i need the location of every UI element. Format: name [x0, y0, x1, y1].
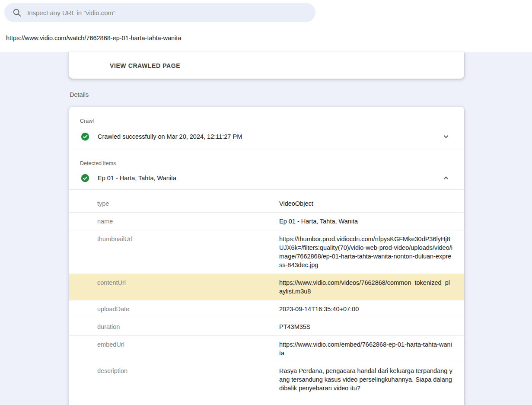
- crawl-status-text: Crawled successfully on Mar 20, 2024, 12…: [98, 133, 441, 140]
- property-key: description: [97, 367, 279, 392]
- property-value: 2023-09-14T16:35:40+07:00: [279, 305, 453, 313]
- search-icon: [12, 8, 22, 17]
- main-content: VIEW CRAWLED PAGE Details Crawl Crawled …: [0, 52, 532, 405]
- detected-item-title: Ep 01 - Harta, Tahta, Wanita: [98, 175, 441, 182]
- property-value: PT43M35S: [279, 322, 453, 331]
- property-row-uploaddate: uploadDate 2023-09-14T16:35:40+07:00: [69, 300, 464, 318]
- property-key: name: [97, 217, 279, 226]
- crawl-status-row[interactable]: Crawled successfully on Mar 20, 2024, 12…: [69, 124, 464, 149]
- property-key: type: [97, 199, 279, 208]
- inspected-url: https://www.vidio.com/watch/7662868-ep-0…: [0, 22, 532, 52]
- chevron-up-icon: [441, 173, 451, 183]
- details-heading: Details: [70, 91, 532, 98]
- property-key: uploadDate: [97, 305, 279, 313]
- property-row-thumbnailurl: thumbnailUrl https://thumbor.prod.vidioc…: [69, 230, 464, 274]
- property-row-description: description Rasya Perdana, pengacara han…: [69, 362, 464, 397]
- success-check-icon: [81, 132, 89, 141]
- details-card: Crawl Crawled successfully on Mar 20, 20…: [69, 107, 464, 405]
- property-row-name: name Ep 01 - Harta, Tahta, Wanita: [69, 212, 464, 230]
- view-crawled-page-button[interactable]: VIEW CRAWLED PAGE: [106, 59, 184, 73]
- crawl-section-label: Crawl: [69, 107, 464, 124]
- property-value: https://www.vidio.com/embed/7662868-ep-0…: [279, 340, 453, 357]
- property-key: duration: [97, 322, 279, 331]
- property-value: https://thumbor.prod.vidiocdn.com/nfpysK…: [279, 235, 453, 269]
- property-table: type VideoObject name Ep 01 - Harta, Tah…: [69, 189, 464, 397]
- property-row-embedurl: embedUrl https://www.vidio.com/embed/766…: [69, 335, 464, 362]
- property-key: contentUrl: [97, 278, 279, 296]
- property-value: VideoObject: [279, 199, 453, 208]
- inspection-header: https://www.vidio.com/watch/7662868-ep-0…: [0, 0, 532, 52]
- search-input[interactable]: [27, 9, 309, 16]
- success-check-icon: [81, 174, 89, 182]
- crawled-page-card: VIEW CRAWLED PAGE: [69, 52, 464, 79]
- property-value: Ep 01 - Harta, Tahta, Wanita: [279, 217, 453, 226]
- property-key: thumbnailUrl: [97, 235, 279, 269]
- property-value: https://www.vidio.com/videos/7662868/com…: [279, 278, 453, 296]
- property-key: embedUrl: [97, 340, 279, 357]
- property-row-type: type VideoObject: [69, 189, 464, 212]
- url-inspection-search-bar[interactable]: [4, 3, 315, 22]
- chevron-down-icon: [441, 131, 451, 142]
- detected-item-row[interactable]: Ep 01 - Harta, Tahta, Wanita: [69, 166, 464, 189]
- property-row-duration: duration PT43M35S: [69, 318, 464, 335]
- detected-items-section-label: Detected items: [69, 149, 464, 166]
- property-row-contenturl: contentUrl https://www.vidio.com/videos/…: [69, 274, 464, 300]
- property-value: Rasya Perdana, pengacara handal dari kel…: [279, 367, 453, 392]
